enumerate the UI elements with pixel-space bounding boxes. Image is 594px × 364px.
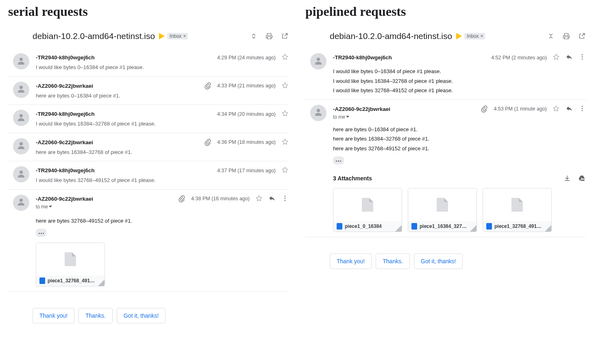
message-collapsed[interactable]: -TR2940-k8hj0wgej6ch 4:34 PM (20 minutes…	[8, 105, 289, 133]
timestamp: 4:34 PM (20 minutes ago)	[217, 111, 276, 117]
avatar	[13, 166, 29, 182]
show-trimmed-button[interactable]	[333, 156, 344, 165]
timestamp: 4:53 PM (1 minute ago)	[494, 106, 547, 112]
more-options-icon[interactable]	[579, 105, 586, 113]
body-line: here are bytes 32768–49152 of piece #1.	[36, 217, 289, 225]
chevron-down-icon	[346, 116, 349, 118]
to-recipients[interactable]: to me	[36, 204, 289, 210]
attachment-name: piece1_16384_327…	[420, 223, 473, 229]
attachment-icon	[178, 195, 185, 202]
attachment-tile[interactable]: piece1_16384_327…	[408, 188, 477, 232]
body-line: I would like bytes 32768–49152 of piece …	[333, 87, 586, 95]
smart-reply-button[interactable]: Got it, thanks!	[117, 308, 165, 323]
smart-reply-button[interactable]: Thanks.	[78, 308, 113, 323]
column-title-serial: serial requests	[8, 4, 289, 23]
avatar	[13, 110, 29, 126]
thread-header-right: debian-10.2.0-amd64-netinst.iso Inbox ×	[305, 23, 586, 48]
file-icon	[65, 252, 76, 266]
body-line: I would like bytes 16384–32768 of piece …	[333, 77, 586, 85]
inbox-label-text: Inbox	[467, 33, 479, 39]
save-to-drive-icon[interactable]	[578, 174, 586, 182]
body-line: I would like bytes 0–16384 of piece #1 p…	[333, 67, 586, 76]
body-line: here are bytes 0–16384 of piece #1.	[333, 126, 586, 134]
smart-reply-row: Thank you! Thanks. Got it, thanks!	[305, 254, 586, 269]
expand-thread-icon[interactable]	[250, 32, 258, 40]
attachments-count: 3 Attachments	[333, 175, 372, 182]
snippet: I would like bytes 16384–32768 of piece …	[36, 120, 289, 128]
file-icon	[437, 198, 448, 212]
timestamp: 4:29 PM (24 minutes ago)	[217, 55, 276, 61]
message-collapsed[interactable]: -TR2940-k8hj0wgej6ch 4:29 PM (24 minutes…	[8, 48, 289, 77]
print-icon[interactable]	[265, 32, 273, 40]
message-collapsed[interactable]: -AZ2060-9c22jbwrkaei 4:36 PM (18 minutes…	[8, 133, 289, 162]
star-icon[interactable]	[281, 138, 289, 147]
doc-type-icon	[337, 223, 342, 230]
smart-reply-button[interactable]: Got it, thanks!	[414, 254, 463, 269]
doc-type-icon	[39, 277, 45, 284]
doc-type-icon	[486, 223, 492, 230]
attachment-icon	[204, 82, 211, 89]
sender: -AZ2060-9c22jbwrkaei	[36, 83, 93, 89]
smart-reply-button[interactable]: Thank you!	[33, 308, 74, 323]
reply-icon[interactable]	[566, 105, 573, 113]
subject: debian-10.2.0-amd64-netinst.iso	[33, 31, 155, 41]
attachment-tile[interactable]: piece1_32768_491…	[36, 243, 105, 286]
more-options-icon[interactable]	[281, 195, 289, 203]
inbox-label[interactable]: Inbox ×	[167, 33, 187, 39]
inbox-label[interactable]: Inbox ×	[464, 33, 485, 39]
avatar	[13, 82, 29, 98]
file-icon	[511, 198, 523, 212]
message-collapsed[interactable]: -AZ2060-9c22jbwrkaei 4:33 PM (21 minutes…	[8, 77, 289, 105]
collapse-thread-icon[interactable]	[547, 32, 555, 40]
attachment-name: piece1_32768_491…	[494, 223, 548, 229]
importance-marker-icon[interactable]	[159, 33, 165, 39]
sender: -TR2940-k8hj0wgej6ch	[333, 54, 392, 61]
snippet: here are bytes 16384–32768 of piece #1.	[36, 148, 289, 156]
attachment-tile[interactable]: piece1_32768_491…	[483, 188, 552, 232]
sender: -AZ2060-9c22jbwrkaei	[333, 106, 390, 112]
doc-type-icon	[411, 223, 417, 230]
star-icon[interactable]	[281, 53, 289, 62]
reply-icon[interactable]	[566, 53, 573, 62]
smart-reply-row: Thank you! Thanks. Got it, thanks!	[8, 308, 289, 323]
body-line: here are bytes 16384–32768 of piece #1.	[333, 135, 586, 143]
sender: -TR2940-k8hj0wgej6ch	[36, 167, 95, 173]
show-trimmed-button[interactable]	[36, 229, 47, 237]
star-icon[interactable]	[281, 110, 289, 118]
star-icon[interactable]	[281, 166, 289, 175]
more-options-icon[interactable]	[579, 53, 586, 62]
close-icon[interactable]: ×	[481, 33, 483, 39]
snippet: I would like bytes 0–16384 of piece #1 p…	[36, 63, 289, 72]
avatar	[13, 195, 29, 211]
attachment-name: piece1_32768_491…	[48, 278, 101, 284]
star-icon[interactable]	[553, 53, 560, 62]
popout-icon[interactable]	[578, 32, 586, 40]
file-icon	[362, 198, 373, 212]
to-recipients[interactable]: to me	[333, 114, 586, 120]
message-collapsed[interactable]: -TR2940-k8hj0wgej6ch 4:37 PM (17 minutes…	[8, 161, 289, 190]
importance-marker-icon[interactable]	[456, 33, 462, 39]
smart-reply-button[interactable]: Thanks.	[376, 254, 410, 269]
attachment-tile[interactable]: piece1_0_16384	[333, 188, 402, 232]
timestamp: 4:33 PM (21 minutes ago)	[217, 83, 276, 89]
avatar	[13, 53, 29, 69]
star-icon[interactable]	[255, 195, 263, 203]
reply-icon[interactable]	[268, 195, 276, 203]
snippet: here are bytes 0–16384 of piece #1.	[36, 92, 289, 100]
thread-header-left: debian-10.2.0-amd64-netinst.iso Inbox ×	[8, 23, 289, 48]
avatar	[13, 138, 29, 154]
print-icon[interactable]	[562, 32, 570, 40]
star-icon[interactable]	[553, 105, 560, 113]
attachment-icon	[481, 105, 488, 113]
avatar	[310, 53, 326, 69]
smart-reply-button[interactable]: Thank you!	[330, 254, 372, 269]
star-icon[interactable]	[281, 82, 289, 90]
popout-icon[interactable]	[281, 32, 289, 40]
sender: -TR2940-k8hj0wgej6ch	[36, 54, 95, 61]
column-title-pipelined: pipelined requests	[305, 4, 586, 23]
sender: -AZ2060-9c22jbwrkaei	[36, 196, 93, 202]
download-all-icon[interactable]	[563, 174, 571, 182]
subject: debian-10.2.0-amd64-netinst.iso	[330, 31, 452, 41]
close-icon[interactable]: ×	[183, 33, 186, 39]
timestamp: 4:37 PM (17 minutes ago)	[217, 168, 276, 173]
